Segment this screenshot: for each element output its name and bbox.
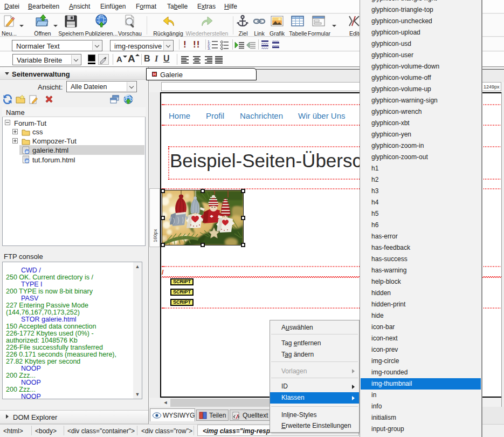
- svg-text:3.: 3.: [208, 46, 211, 50]
